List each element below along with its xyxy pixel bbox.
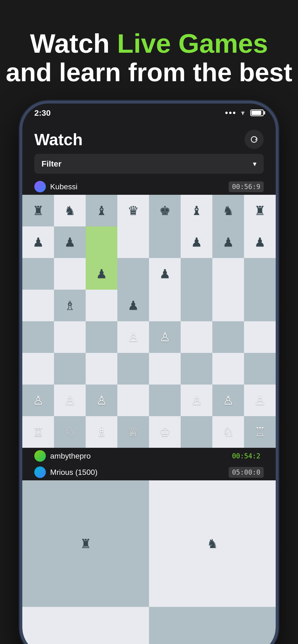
board1-cell: ♟: [244, 226, 276, 258]
player-info-2: ambythepro: [34, 450, 91, 462]
board1-cell: [149, 290, 181, 321]
board1-cell: ♘: [212, 416, 244, 448]
refresh-button[interactable]: [244, 130, 264, 149]
avatar-kubessi: [34, 181, 46, 192]
chess-piece: ♔: [159, 426, 171, 438]
svg-point-0: [242, 114, 243, 115]
chess-piece: ♟: [254, 236, 266, 248]
power-button-2: [276, 190, 278, 218]
chess-piece: ♟: [33, 236, 44, 248]
chess-piece: ♟: [191, 236, 202, 248]
board1-cell: ♙: [22, 384, 54, 416]
board1-cell: [86, 353, 117, 384]
signal-dot-1: [225, 112, 228, 114]
board1-cell: ♙: [244, 384, 276, 416]
chess-piece: ♖: [33, 426, 44, 438]
chess-piece: ♙: [191, 394, 202, 406]
board1-cell: ♝: [181, 195, 212, 226]
chess-piece: ♙: [223, 394, 234, 406]
chess-piece: ♙: [254, 394, 266, 406]
board1-cell: ♙: [181, 384, 212, 416]
board1-cell: ♜: [22, 195, 54, 226]
board1-cell: ♖: [244, 416, 276, 448]
chess-piece: ♛: [128, 204, 139, 217]
chess-piece: ♟: [223, 236, 234, 248]
board1-cell: [117, 353, 149, 384]
board1-cell: ♟: [149, 258, 181, 290]
board1-cell: ♛: [117, 195, 149, 226]
board1-cell: ♙: [117, 321, 149, 353]
board1-cell: [117, 384, 149, 416]
board1-cell: [22, 258, 54, 290]
phone-frame: 2:30: [20, 100, 278, 644]
game-entry-2[interactable]: ambythepro 00:54:2: [22, 448, 276, 464]
filter-bar[interactable]: Filter ▾: [34, 154, 264, 174]
signal-dots: [225, 112, 235, 114]
board1-cell: [22, 353, 54, 384]
game-timer-amby: 00:54:2: [229, 451, 264, 462]
filter-label: Filter: [42, 159, 61, 168]
board1-cell: ♟: [117, 290, 149, 321]
player-info-1: Kubessi: [34, 181, 77, 192]
hero-white-text: Watch: [30, 28, 117, 58]
chess-piece: ♗: [64, 299, 76, 312]
board1-cell: ♖: [22, 416, 54, 448]
chess-piece: ♘: [64, 426, 76, 438]
chess-piece: ♞: [207, 538, 218, 550]
signal-dot-3: [233, 112, 235, 114]
hero-line2: and learn from the best: [0, 58, 298, 87]
board1-cell: ♟: [22, 226, 54, 258]
game-timer-mrious: 05:00:0: [229, 467, 264, 478]
board1-cell: [181, 416, 212, 448]
chess-piece: ♗: [96, 426, 107, 438]
board2-cell: ♟: [22, 607, 149, 644]
board1-cell: [149, 353, 181, 384]
board1-cell: ♙: [212, 384, 244, 416]
chess-piece: ♟: [96, 268, 107, 280]
hero-green-text: Live Games: [117, 28, 268, 58]
board1-cell: ♕: [117, 416, 149, 448]
power-button: [276, 152, 278, 180]
status-time: 2:30: [34, 108, 51, 118]
chess-piece: ♕: [128, 426, 139, 438]
hero-line1: Watch Live Games: [0, 29, 298, 58]
board1-cell: [244, 290, 276, 321]
board1-cell: ♟: [212, 226, 244, 258]
board1-cell: ♘: [54, 416, 86, 448]
board1-cell: ♙: [54, 384, 86, 416]
game-entry-3[interactable]: Mrious (1500) 05:00:0: [22, 464, 276, 480]
board1-cell: ♟: [86, 258, 117, 290]
chess-board-1: ♜♞♝♛♚♝♞♜♟♟♟♟♟♟♟♗♟♙♙♙♙♙♙♙♙♖♘♗♕♔♘♖: [22, 195, 276, 448]
board1-cell: [117, 226, 149, 258]
board1-cell: ♜: [244, 195, 276, 226]
battery-icon: [250, 110, 264, 116]
chess-board-2: ♜♞♝♛♚♝♞♜♟♟♟♟♟♟♟♟: [22, 480, 276, 644]
game-entry-1[interactable]: Kubessi 00:56:9: [22, 178, 276, 195]
chess-piece: ♘: [223, 426, 234, 438]
hero-section: Watch Live Games and learn from the best: [0, 29, 298, 87]
board1-cell: [212, 353, 244, 384]
chess-piece: ♜: [254, 204, 266, 217]
player-name-mrious: Mrious (1500): [50, 468, 97, 477]
status-icons: [225, 109, 264, 117]
chess-piece: ♙: [159, 331, 171, 343]
board1-cell: [54, 321, 86, 353]
board1-cell: [149, 226, 181, 258]
board1-cell: ♙: [86, 384, 117, 416]
player-info-3: Mrious (1500): [34, 466, 97, 478]
wifi-icon: [239, 109, 247, 117]
chess-piece: ♙: [96, 394, 107, 406]
board1-cell: [22, 321, 54, 353]
avatar-mrious: [34, 466, 46, 478]
board1-cell: ♞: [212, 195, 244, 226]
volume-button: [20, 166, 22, 185]
nav-header: Watch: [22, 120, 276, 154]
chess-piece: ♞: [223, 204, 234, 217]
chess-piece: ♟: [64, 236, 76, 248]
board1-cell: [244, 321, 276, 353]
player-name-amby: ambythepro: [50, 452, 91, 460]
board1-cell: [181, 353, 212, 384]
board1-cell: ♚: [149, 195, 181, 226]
board1-cell: [212, 258, 244, 290]
chevron-down-icon: ▾: [253, 160, 256, 168]
